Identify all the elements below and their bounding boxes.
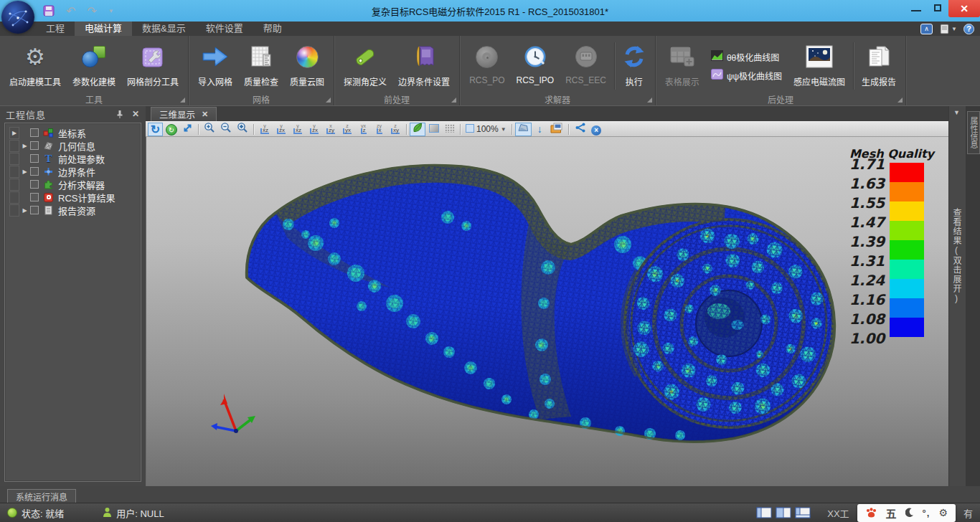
probe-angle-define-button[interactable]: 探测角定义 — [338, 39, 392, 92]
tree-checkbox[interactable] — [30, 206, 39, 214]
dialog-launcher-icon[interactable] — [180, 98, 185, 103]
psi-polarization-curve-button[interactable]: ψψ极化曲线图 — [711, 69, 782, 82]
property-info-tab[interactable]: 属性信息 — [967, 111, 980, 154]
system-message-tab[interactable]: 系统运行消息 — [7, 489, 76, 503]
layout-wide-panel-icon[interactable] — [776, 507, 791, 518]
row-handle[interactable] — [9, 204, 19, 217]
view-orientation-5-button[interactable]: xzy — [323, 123, 339, 136]
tab-close-icon[interactable]: ✕ — [202, 110, 208, 119]
tree-item-label[interactable]: 前处理参数 — [58, 152, 105, 166]
generate-report-button[interactable]: 生成报告 — [856, 39, 902, 92]
row-handle[interactable] — [9, 153, 19, 165]
view-orientation-3-button[interactable]: yxz — [290, 123, 306, 136]
resize-button[interactable] — [180, 123, 195, 136]
rcs-po-button[interactable]: RCS_PO — [463, 39, 510, 92]
zoomin-button[interactable] — [202, 123, 217, 136]
tree-item-label[interactable]: 坐标系 — [58, 126, 86, 140]
expander-icon[interactable]: ▶ — [19, 207, 30, 214]
orbit-button[interactable]: ↻ — [164, 123, 179, 136]
row-handle[interactable] — [9, 191, 19, 204]
dialog-launcher-icon[interactable] — [451, 98, 456, 103]
region-button[interactable] — [515, 123, 532, 136]
window-switch-icon[interactable]: ▼ — [939, 24, 957, 34]
expander-icon[interactable]: ▶ — [19, 143, 30, 149]
layout-left-panel-icon[interactable] — [756, 507, 772, 518]
boundary-condition-setting-button[interactable]: 边界条件设置 — [392, 39, 456, 92]
viewport-3d[interactable]: Mesh Quality 1.711.631.551.471.391.311.2… — [146, 137, 948, 486]
quality-cloud-button[interactable]: 质量云图 — [284, 39, 330, 92]
row-handle[interactable] — [9, 179, 19, 191]
maximize-button[interactable] — [927, 0, 948, 16]
zoomfit-button[interactable] — [235, 123, 250, 136]
tree-item-label[interactable]: 几何信息 — [58, 139, 95, 153]
view-orientation-2-button[interactable]: yzx — [273, 123, 289, 136]
expander-icon[interactable]: ▶ — [19, 169, 30, 175]
row-handle[interactable]: ▶ — [9, 127, 19, 139]
close-button[interactable]: ✕ — [948, 0, 980, 17]
minimize-button[interactable] — [905, 0, 927, 16]
view-orientation-8-button[interactable]: zyx — [372, 123, 387, 136]
ime-moon-icon[interactable] — [905, 508, 914, 518]
ime-logo-paw-icon[interactable] — [865, 507, 877, 518]
tree-checkbox[interactable] — [30, 128, 39, 137]
tree-item-label[interactable]: 分析求解器 — [58, 178, 105, 191]
menu-tab-5[interactable]: 帮助 — [253, 22, 292, 36]
view-results-tab[interactable]: 查看结果(双击展开) — [951, 208, 963, 304]
theta-polarization-curve-button[interactable]: θθ极化曲线图 — [711, 50, 782, 63]
dots-button[interactable] — [442, 123, 457, 136]
mesh-model-3d[interactable] — [146, 137, 948, 486]
row-handle[interactable] — [9, 140, 19, 152]
closec-button[interactable]: × — [589, 123, 604, 136]
execute-button[interactable]: 执行 — [617, 39, 651, 92]
zoom-level-dropdown[interactable]: 100%▼ — [463, 123, 509, 136]
ime-settings-gear-icon[interactable]: ⚙ — [938, 507, 948, 518]
parametric-modeling-button[interactable]: 参数化建模 — [67, 39, 121, 92]
ime-mode-label[interactable]: 五 — [886, 506, 897, 521]
qat-dropdown-icon[interactable]: ▼ — [108, 8, 114, 14]
plane-button[interactable] — [426, 123, 441, 136]
pin-icon[interactable] — [116, 110, 123, 118]
menu-tab-2[interactable]: 电磁计算 — [75, 22, 132, 36]
help-icon[interactable]: ? — [963, 24, 974, 34]
save-icon[interactable] — [43, 5, 55, 16]
dialog-launcher-icon[interactable] — [897, 98, 903, 103]
tree-checkbox[interactable] — [30, 167, 39, 176]
redo-icon[interactable]: ↷ — [87, 4, 96, 18]
menu-tab-3[interactable]: 数据&显示 — [132, 22, 196, 36]
tree-checkbox[interactable] — [30, 141, 39, 150]
view-orientation-4-button[interactable]: yzx — [306, 123, 322, 136]
folder-button[interactable] — [548, 123, 565, 136]
share-button[interactable] — [572, 123, 588, 136]
collapse-ribbon-icon[interactable]: ∧ — [920, 24, 933, 34]
zoomout-button[interactable] — [218, 123, 234, 136]
launch-modeling-tool-button[interactable]: ⚙启动建模工具 — [4, 39, 67, 92]
ime-punctuation-label[interactable]: °, — [923, 508, 930, 518]
dialog-launcher-icon[interactable] — [647, 98, 652, 103]
view-orientation-9-button[interactable]: zxy — [387, 123, 403, 136]
view-orientation-6-button[interactable]: zyx — [339, 123, 355, 136]
panel-close-icon[interactable]: ✕ — [132, 109, 140, 119]
rcs-eec-button[interactable]: RCS_EEC — [560, 39, 612, 92]
leaf-button[interactable] — [410, 123, 425, 136]
app-logo[interactable] — [1, 1, 34, 34]
tree-item-label[interactable]: RCS计算结果 — [58, 191, 115, 204]
row-handle[interactable] — [9, 166, 19, 178]
rcs-ipo-button[interactable]: RCS_IPO — [510, 39, 560, 92]
down-button[interactable]: ↓ — [532, 123, 547, 136]
tree-checkbox[interactable] — [30, 193, 39, 201]
view-orientation-1-button[interactable]: yxz — [257, 123, 273, 136]
tab-overflow-icon[interactable]: ▼ — [953, 109, 960, 116]
table-display-button[interactable]: 表格展示 — [659, 39, 705, 92]
menu-tab-1[interactable]: 工程 — [36, 22, 75, 36]
quality-check-button[interactable]: 质量检查 — [238, 39, 284, 92]
tree-item-label[interactable]: 报告资源 — [58, 204, 95, 217]
tree-item-label[interactable]: 边界条件 — [58, 165, 95, 179]
undo-icon[interactable]: ↶ — [66, 4, 75, 18]
layout-bottom-panel-icon[interactable] — [795, 507, 811, 518]
menu-tab-4[interactable]: 软件设置 — [196, 22, 253, 36]
induced-em-current-map-button[interactable]: 感应电磁流图 — [788, 39, 851, 92]
tree-checkbox[interactable] — [30, 154, 39, 163]
tree-checkbox[interactable] — [30, 180, 39, 189]
meshing-tool-button[interactable]: 网格剖分工具 — [121, 39, 184, 92]
dialog-launcher-icon[interactable] — [326, 98, 331, 103]
